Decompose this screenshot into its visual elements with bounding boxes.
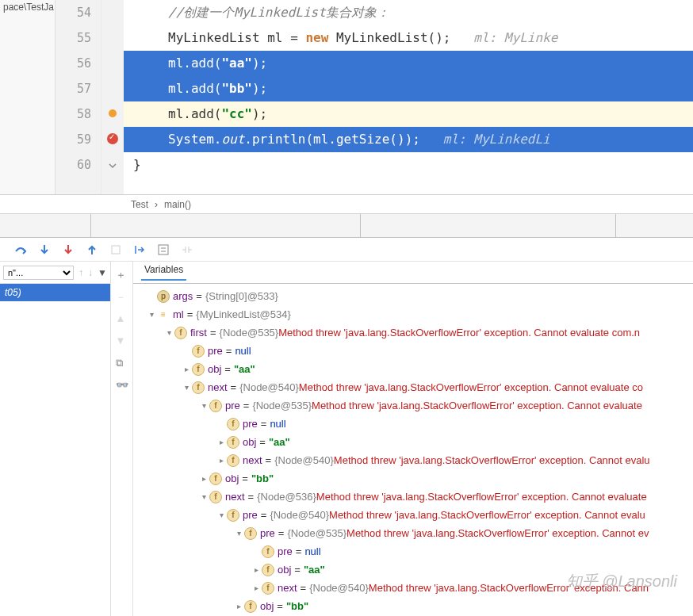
var-kind-icon: f [262,582,274,595]
var-value: null [270,418,285,430]
line-number[interactable]: 57 [56,76,101,101]
variables-tree[interactable]: pargs = {String[0]@533}▾≡ml = {MyLinkedL… [133,284,693,616]
tree-row[interactable]: ▸fobj = "bb" [133,597,693,615]
var-type: {Node@535} [220,327,279,339]
code-editor[interactable]: //创建一个MyLinkedList集合对象： MyLinkedList ml … [124,0,693,194]
tree-row[interactable]: ▾≡ml = {MyLinkedList@534} [133,305,693,323]
expand-arrow-icon[interactable]: ▾ [163,328,174,337]
tree-row[interactable]: ▾fpre = {Node@535} Method threw 'java.la… [133,524,693,542]
var-kind-icon: f [209,491,222,503]
tree-row[interactable]: ▸fobj = "aa" [133,433,693,451]
tab-segment[interactable] [361,214,616,237]
line-number[interactable]: 55 [56,25,101,51]
tree-row[interactable]: ▾fpre = {Node@535} Method threw 'java.la… [133,396,693,415]
force-step-into-icon[interactable] [62,243,75,256]
var-name: next [225,491,245,503]
line-number[interactable]: 54 [56,0,101,25]
expand-arrow-icon[interactable]: ▸ [251,583,262,592]
tree-row[interactable]: ▸fnext = {Node@540} Method threw 'java.l… [133,579,693,597]
tree-row[interactable]: ▾fnext = {Node@540} Method threw 'java.l… [133,378,693,396]
tree-row[interactable]: ▸fobj = "aa" [133,561,693,579]
equals: = [242,473,248,484]
line-gutter: 54 55 56 57 58 59 60 [56,0,101,194]
tree-row[interactable]: ▾ffirst = {Node@535} Method threw 'java.… [133,323,693,342]
step-out-icon[interactable] [86,243,98,256]
var-name: obj [243,436,256,448]
frames-panel: n"... ↑ ↓ ▼ t05) [0,262,111,616]
line-number[interactable]: 59 [56,127,101,152]
expand-arrow-icon[interactable]: ▾ [216,511,227,519]
up-icon[interactable]: ▲ [116,312,128,325]
breakpoint-icon[interactable] [107,133,118,144]
expand-arrow-icon[interactable]: ▸ [198,474,209,483]
code-comment: //创建一个MyLinkedList集合对象： [168,5,389,20]
tree-row[interactable]: fpre = null [133,542,693,561]
breadcrumb-class[interactable]: Test [131,199,148,210]
tab-segment[interactable] [91,214,361,237]
expand-arrow-icon[interactable]: ▸ [181,365,192,373]
run-to-cursor-icon[interactable] [133,243,146,256]
tab-segment[interactable] [0,214,91,237]
var-name: ml [173,308,184,320]
line-number[interactable]: 56 [56,51,101,76]
expand-arrow-icon[interactable]: ▾ [198,401,209,410]
breadcrumb-method[interactable]: main() [164,199,191,210]
expand-arrow-icon[interactable]: ▾ [181,383,192,392]
var-name: pre [278,545,293,557]
down-icon[interactable]: ▼ [116,335,128,347]
stack-frame[interactable]: t05) [0,284,110,301]
add-watch-icon[interactable]: ＋ [116,268,128,281]
glasses-icon[interactable]: 👓 [116,379,128,392]
tree-row[interactable]: ▾fpre = {Node@540} Method threw 'java.la… [133,506,693,524]
tree-row[interactable]: fpre = null [133,415,693,433]
debug-toolbar [0,238,693,262]
var-kind-icon: f [192,381,205,394]
remove-watch-icon[interactable]: － [116,290,128,303]
expand-arrow-icon[interactable]: ▾ [146,310,157,319]
tree-row[interactable]: ▸fobj = "aa" [133,360,693,378]
var-kind-icon: f [209,400,222,412]
code-text: .println(ml.getSize()); [244,132,442,147]
expand-arrow-icon[interactable]: ▾ [198,492,209,501]
code-text: System. [168,132,221,147]
next-frame-icon[interactable]: ↓ [88,267,93,278]
expand-arrow-icon[interactable]: ▸ [216,456,227,465]
var-kind-icon: f [262,564,274,576]
thread-select[interactable]: n"... [3,266,74,280]
step-into-icon[interactable] [38,243,51,256]
frames-header: n"... ↑ ↓ ▼ [0,262,110,284]
line-number[interactable]: 58 [56,101,101,127]
equals: = [278,527,285,539]
expand-arrow-icon[interactable]: ▾ [233,529,244,538]
var-error: Method threw 'java.lang.StackOverflowErr… [299,381,643,393]
trace-icon[interactable] [181,243,193,256]
code-text: MyLinkedList ml = [168,30,305,45]
variables-tab[interactable]: Variables [141,264,186,281]
var-type: {MyLinkedList@534} [196,308,290,320]
tree-row[interactable]: ▸fobj = "bb" [133,469,693,488]
var-kind-icon: p [157,290,170,303]
svg-rect-0 [112,246,120,254]
expand-arrow-icon[interactable]: ▸ [216,438,227,446]
line-number[interactable]: 60 [56,152,101,178]
filter-icon[interactable]: ▼ [98,267,107,278]
step-over-icon[interactable] [14,243,27,256]
project-panel[interactable]: pace\TestJa... [0,0,56,194]
drop-frame-icon[interactable] [109,243,122,256]
prev-frame-icon[interactable]: ↑ [78,267,83,278]
var-type: {Node@535} [287,527,346,539]
tree-row[interactable]: fpre = null [133,342,693,360]
copy-icon[interactable]: ⧉ [116,357,128,369]
evaluate-icon[interactable] [157,243,170,256]
expand-arrow-icon[interactable]: ▸ [233,602,244,610]
expand-arrow-icon[interactable]: ▸ [251,565,262,574]
breadcrumb[interactable]: Test › main() [0,195,693,214]
keyword: new [305,30,328,45]
tree-row[interactable]: ▾fnext = {Node@536} Method threw 'java.l… [133,488,693,506]
code-text: ); [252,106,267,121]
equals: = [296,545,302,557]
tree-row[interactable]: ▸fnext = {Node@540} Method threw 'java.l… [133,451,693,469]
tree-row[interactable]: pargs = {String[0]@533} [133,287,693,305]
collapse-arrow-icon[interactable] [108,162,117,171]
var-kind-icon: f [192,345,205,358]
